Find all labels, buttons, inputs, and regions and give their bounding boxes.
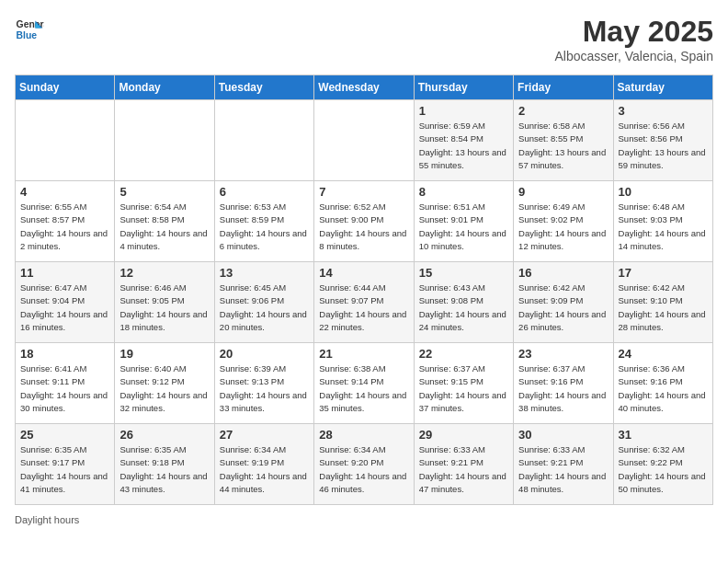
day-info: Sunrise: 6:47 AMSunset: 9:04 PMDaylight:…: [20, 282, 109, 334]
calendar-cell: [115, 100, 214, 181]
weekday-header-tuesday: Tuesday: [214, 75, 313, 100]
calendar-cell: 24Sunrise: 6:36 AMSunset: 9:16 PMDayligh…: [613, 343, 712, 424]
day-info: Sunrise: 6:41 AMSunset: 9:11 PMDaylight:…: [20, 362, 109, 415]
day-info: Sunrise: 6:33 AMSunset: 9:21 PMDaylight:…: [518, 443, 608, 496]
week-row-2: 4Sunrise: 6:55 AMSunset: 8:57 PMDaylight…: [16, 181, 713, 262]
day-number: 26: [119, 428, 209, 442]
day-info: Sunrise: 6:37 AMSunset: 9:16 PMDaylight:…: [518, 362, 608, 415]
day-number: 15: [419, 266, 508, 280]
day-info: Sunrise: 6:54 AMSunset: 8:58 PMDaylight:…: [119, 201, 209, 253]
day-number: 7: [319, 185, 408, 199]
weekday-header-thursday: Thursday: [414, 75, 513, 100]
calendar-cell: [214, 100, 313, 181]
week-row-5: 25Sunrise: 6:35 AMSunset: 9:17 PMDayligh…: [16, 424, 713, 505]
calendar-cell: 21Sunrise: 6:38 AMSunset: 9:14 PMDayligh…: [314, 343, 414, 424]
day-number: 11: [20, 266, 109, 280]
calendar-cell: 23Sunrise: 6:37 AMSunset: 9:16 PMDayligh…: [514, 343, 613, 424]
calendar-cell: 17Sunrise: 6:42 AMSunset: 9:10 PMDayligh…: [613, 262, 712, 343]
day-info: Sunrise: 6:38 AMSunset: 9:14 PMDaylight:…: [319, 362, 408, 415]
calendar-cell: [16, 100, 115, 181]
day-number: 6: [220, 185, 309, 199]
day-number: 4: [20, 185, 109, 199]
calendar-cell: 2Sunrise: 6:58 AMSunset: 8:55 PMDaylight…: [514, 100, 613, 181]
calendar-cell: 22Sunrise: 6:37 AMSunset: 9:15 PMDayligh…: [414, 343, 513, 424]
day-info: Sunrise: 6:53 AMSunset: 8:59 PMDaylight:…: [220, 201, 309, 253]
calendar-cell: 4Sunrise: 6:55 AMSunset: 8:57 PMDaylight…: [16, 181, 115, 262]
calendar-cell: 27Sunrise: 6:34 AMSunset: 9:19 PMDayligh…: [214, 424, 313, 505]
day-number: 1: [419, 104, 508, 118]
day-number: 2: [518, 104, 608, 118]
calendar-cell: 15Sunrise: 6:43 AMSunset: 9:08 PMDayligh…: [414, 262, 513, 343]
day-number: 29: [419, 428, 508, 442]
week-row-4: 18Sunrise: 6:41 AMSunset: 9:11 PMDayligh…: [16, 343, 713, 424]
day-info: Sunrise: 6:44 AMSunset: 9:07 PMDaylight:…: [319, 282, 408, 334]
day-info: Sunrise: 6:59 AMSunset: 8:54 PMDaylight:…: [419, 120, 508, 172]
page-header: General Blue May 2025 Albocasser, Valenc…: [15, 15, 713, 63]
day-info: Sunrise: 6:43 AMSunset: 9:08 PMDaylight:…: [419, 282, 508, 334]
calendar-cell: 12Sunrise: 6:46 AMSunset: 9:05 PMDayligh…: [115, 262, 214, 343]
day-info: Sunrise: 6:48 AMSunset: 9:03 PMDaylight:…: [619, 201, 708, 253]
logo-icon: General Blue: [15, 15, 44, 44]
day-number: 3: [619, 104, 708, 118]
calendar-cell: 28Sunrise: 6:34 AMSunset: 9:20 PMDayligh…: [314, 424, 414, 505]
day-number: 8: [419, 185, 508, 199]
day-info: Sunrise: 6:45 AMSunset: 9:06 PMDaylight:…: [220, 282, 309, 334]
title-block: May 2025 Albocasser, Valencia, Spain: [554, 15, 713, 63]
day-number: 18: [20, 347, 109, 361]
day-number: 28: [319, 428, 408, 442]
day-info: Sunrise: 6:51 AMSunset: 9:01 PMDaylight:…: [419, 201, 508, 253]
svg-text:Blue: Blue: [17, 30, 38, 40]
calendar-cell: 7Sunrise: 6:52 AMSunset: 9:00 PMDaylight…: [314, 181, 414, 262]
day-info: Sunrise: 6:36 AMSunset: 9:16 PMDaylight:…: [619, 362, 708, 415]
day-info: Sunrise: 6:42 AMSunset: 9:10 PMDaylight:…: [619, 282, 708, 334]
day-info: Sunrise: 6:52 AMSunset: 9:00 PMDaylight:…: [319, 201, 408, 253]
day-info: Sunrise: 6:49 AMSunset: 9:02 PMDaylight:…: [518, 201, 608, 253]
calendar-cell: 25Sunrise: 6:35 AMSunset: 9:17 PMDayligh…: [16, 424, 115, 505]
day-number: 13: [220, 266, 309, 280]
day-info: Sunrise: 6:56 AMSunset: 8:56 PMDaylight:…: [619, 120, 708, 172]
calendar-cell: 10Sunrise: 6:48 AMSunset: 9:03 PMDayligh…: [613, 181, 712, 262]
day-info: Sunrise: 6:33 AMSunset: 9:21 PMDaylight:…: [419, 443, 508, 496]
calendar-cell: 8Sunrise: 6:51 AMSunset: 9:01 PMDaylight…: [414, 181, 513, 262]
weekday-header-friday: Friday: [514, 75, 613, 100]
day-info: Sunrise: 6:39 AMSunset: 9:13 PMDaylight:…: [220, 362, 309, 415]
day-info: Sunrise: 6:42 AMSunset: 9:09 PMDaylight:…: [518, 282, 608, 334]
calendar-table: SundayMondayTuesdayWednesdayThursdayFrid…: [15, 75, 713, 505]
day-number: 20: [220, 347, 309, 361]
day-info: Sunrise: 6:34 AMSunset: 9:20 PMDaylight:…: [319, 443, 408, 496]
weekday-header-monday: Monday: [115, 75, 214, 100]
calendar-cell: 20Sunrise: 6:39 AMSunset: 9:13 PMDayligh…: [214, 343, 313, 424]
day-info: Sunrise: 6:46 AMSunset: 9:05 PMDaylight:…: [119, 282, 209, 334]
calendar-cell: 3Sunrise: 6:56 AMSunset: 8:56 PMDaylight…: [613, 100, 712, 181]
day-number: 5: [119, 185, 209, 199]
day-number: 27: [220, 428, 309, 442]
calendar-cell: 30Sunrise: 6:33 AMSunset: 9:21 PMDayligh…: [514, 424, 613, 505]
calendar-cell: 6Sunrise: 6:53 AMSunset: 8:59 PMDaylight…: [214, 181, 313, 262]
day-number: 30: [518, 428, 608, 442]
calendar-cell: 9Sunrise: 6:49 AMSunset: 9:02 PMDaylight…: [514, 181, 613, 262]
day-number: 21: [319, 347, 408, 361]
weekday-header-sunday: Sunday: [16, 75, 115, 100]
day-number: 12: [119, 266, 209, 280]
calendar-cell: 26Sunrise: 6:35 AMSunset: 9:18 PMDayligh…: [115, 424, 214, 505]
month-title: May 2025: [554, 15, 713, 49]
calendar-cell: 19Sunrise: 6:40 AMSunset: 9:12 PMDayligh…: [115, 343, 214, 424]
logo: General Blue: [15, 15, 44, 44]
day-info: Sunrise: 6:37 AMSunset: 9:15 PMDaylight:…: [419, 362, 508, 415]
day-number: 19: [119, 347, 209, 361]
calendar-cell: 1Sunrise: 6:59 AMSunset: 8:54 PMDaylight…: [414, 100, 513, 181]
week-row-1: 1Sunrise: 6:59 AMSunset: 8:54 PMDaylight…: [16, 100, 713, 181]
day-number: 25: [20, 428, 109, 442]
weekday-header-wednesday: Wednesday: [314, 75, 414, 100]
calendar-cell: 13Sunrise: 6:45 AMSunset: 9:06 PMDayligh…: [214, 262, 313, 343]
day-info: Sunrise: 6:35 AMSunset: 9:17 PMDaylight:…: [20, 443, 109, 496]
day-number: 24: [619, 347, 708, 361]
calendar-cell: 18Sunrise: 6:41 AMSunset: 9:11 PMDayligh…: [16, 343, 115, 424]
calendar-cell: 29Sunrise: 6:33 AMSunset: 9:21 PMDayligh…: [414, 424, 513, 505]
day-number: 9: [518, 185, 608, 199]
calendar-cell: [314, 100, 414, 181]
calendar-cell: 11Sunrise: 6:47 AMSunset: 9:04 PMDayligh…: [16, 262, 115, 343]
day-info: Sunrise: 6:40 AMSunset: 9:12 PMDaylight:…: [119, 362, 209, 415]
calendar-cell: 16Sunrise: 6:42 AMSunset: 9:09 PMDayligh…: [514, 262, 613, 343]
location: Albocasser, Valencia, Spain: [554, 49, 713, 63]
